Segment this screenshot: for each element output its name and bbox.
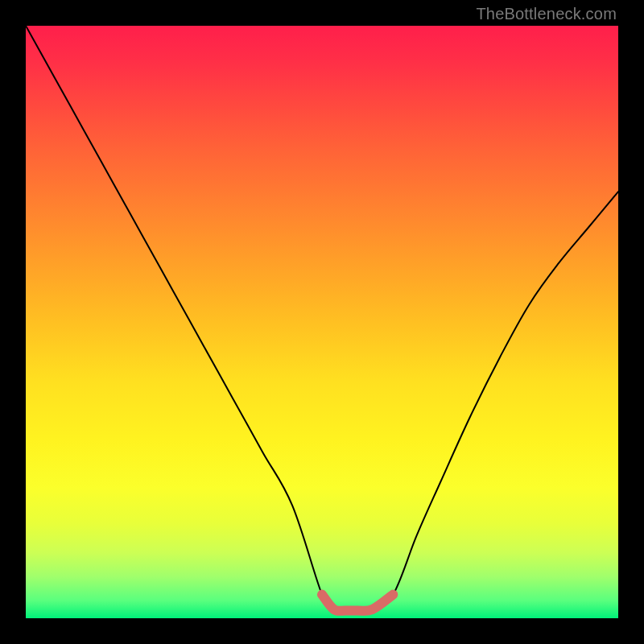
bottleneck-curve-path — [26, 26, 618, 611]
attribution-label: TheBottleneck.com — [476, 5, 617, 23]
optimal-zone-path — [322, 595, 393, 611]
chart-frame: TheBottleneck.com — [0, 0, 644, 644]
bottleneck-curve — [26, 26, 618, 618]
plot-area — [26, 26, 618, 618]
